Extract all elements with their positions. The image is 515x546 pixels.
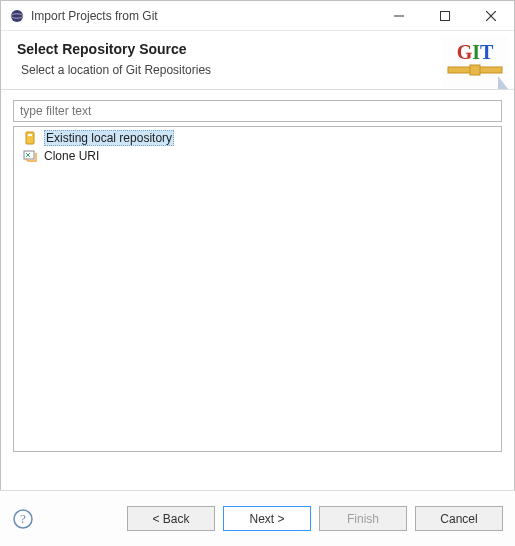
eclipse-icon: [9, 8, 25, 24]
clone-icon: [22, 148, 38, 164]
option-label: Clone URI: [44, 149, 99, 163]
option-existing-local-repository[interactable]: Existing local repository: [14, 129, 501, 147]
svg-rect-11: [26, 132, 34, 144]
git-logo: GIT: [442, 37, 508, 89]
svg-rect-13: [24, 151, 34, 159]
repository-source-list[interactable]: Existing local repository Clone URI: [13, 126, 502, 452]
next-button[interactable]: Next >: [223, 506, 311, 531]
repo-icon: [22, 130, 38, 146]
page-subtitle: Select a location of Git Repositories: [21, 63, 498, 77]
option-label: Existing local repository: [44, 130, 174, 146]
svg-text:GIT: GIT: [457, 41, 494, 63]
window-controls: [376, 1, 514, 30]
wizard-content: Existing local repository Clone URI: [1, 90, 514, 462]
svg-text:?: ?: [20, 511, 26, 526]
page-title: Select Repository Source: [17, 41, 498, 57]
option-clone-uri[interactable]: Clone URI: [14, 147, 501, 165]
filter-input[interactable]: [13, 100, 502, 122]
minimize-button[interactable]: [376, 1, 422, 30]
back-button[interactable]: < Back: [127, 506, 215, 531]
window-title: Import Projects from Git: [31, 9, 376, 23]
svg-rect-3: [441, 11, 450, 20]
wizard-header: Select Repository Source Select a locati…: [1, 31, 514, 90]
svg-rect-12: [28, 134, 32, 136]
help-icon[interactable]: ?: [12, 508, 34, 530]
svg-rect-9: [470, 65, 480, 75]
finish-button[interactable]: Finish: [319, 506, 407, 531]
close-button[interactable]: [468, 1, 514, 30]
svg-point-0: [11, 10, 23, 22]
cancel-button[interactable]: Cancel: [415, 506, 503, 531]
titlebar: Import Projects from Git: [1, 1, 514, 31]
maximize-button[interactable]: [422, 1, 468, 30]
wizard-footer: ? < Back Next > Finish Cancel: [0, 490, 515, 546]
